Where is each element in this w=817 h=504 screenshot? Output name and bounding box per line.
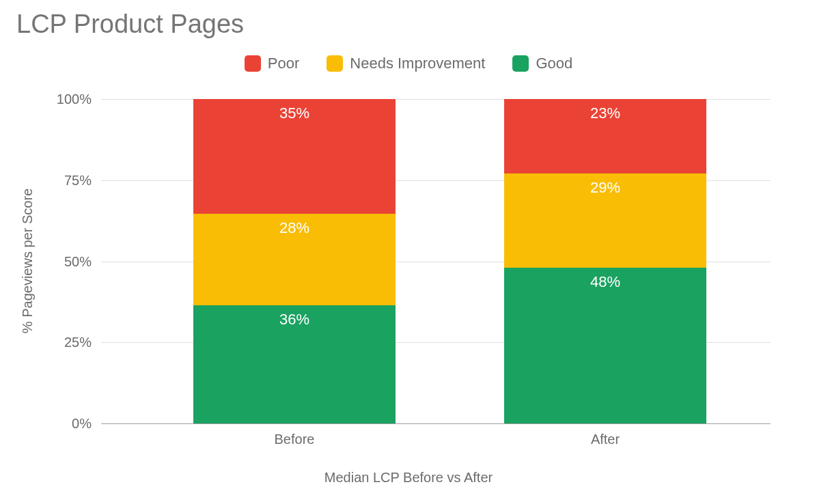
chart-legend: Poor Needs Improvement Good (0, 55, 817, 72)
bar-seg-poor: 23% (504, 99, 706, 173)
x-axis-baseline (101, 423, 771, 424)
legend-item-poor: Poor (245, 55, 299, 72)
category-label-after: After (591, 423, 620, 447)
plot-area: 100% 75% 50% 25% 0% 36% 28% 35% Before 4… (101, 99, 771, 423)
bar-seg-good: 48% (504, 268, 706, 423)
y-axis-title: % Pageviews per Score (20, 188, 36, 333)
bar-seg-needs-improvement: 28% (193, 214, 396, 305)
data-label: 28% (193, 219, 396, 237)
legend-swatch-good (512, 55, 529, 72)
category-label-before: Before (275, 423, 315, 447)
legend-item-needs-improvement: Needs Improvement (327, 55, 485, 72)
x-axis-title: Median LCP Before vs After (0, 470, 817, 486)
y-tick-label: 75% (64, 172, 101, 188)
legend-swatch-poor (245, 55, 261, 72)
bar-before: 36% 28% 35% (193, 99, 396, 423)
legend-swatch-needs-improvement (327, 55, 343, 72)
data-label: 29% (504, 179, 706, 197)
legend-item-good: Good (512, 55, 572, 72)
data-label: 36% (193, 311, 396, 328)
data-label: 23% (504, 104, 706, 122)
data-label: 35% (193, 104, 396, 122)
bar-after: 48% 29% 23% (504, 99, 706, 423)
y-tick-label: 100% (57, 92, 101, 107)
legend-label: Poor (268, 55, 299, 72)
legend-label: Good (536, 55, 572, 72)
y-tick-label: 50% (64, 253, 101, 269)
y-tick-label: 0% (72, 416, 101, 432)
stacked-bar-chart: LCP Product Pages Poor Needs Improvement… (0, 0, 817, 504)
bar-seg-good: 36% (193, 305, 396, 423)
legend-label: Needs Improvement (350, 55, 485, 72)
data-label: 48% (504, 273, 706, 291)
chart-title: LCP Product Pages (16, 10, 244, 39)
y-tick-label: 25% (64, 335, 101, 350)
bar-seg-needs-improvement: 29% (504, 173, 706, 268)
bar-seg-poor: 35% (193, 99, 396, 214)
